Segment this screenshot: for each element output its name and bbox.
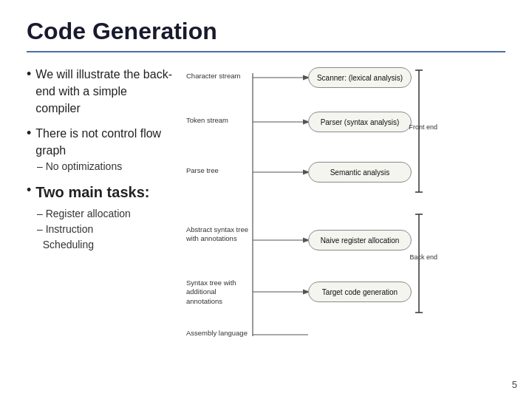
diagram-svg xyxy=(186,63,437,358)
bullet-1: • We will illustrate the back-end with a… xyxy=(27,66,174,117)
content-area: • We will illustrate the back-end with a… xyxy=(27,66,505,358)
box-naive-reg: Naive register allocation xyxy=(308,230,412,250)
bullet-2: • There is not control flow graph – No o… xyxy=(27,125,174,174)
label-syntax-tree: Syntax tree withadditional annotations xyxy=(186,279,251,306)
box-semantic: Semantic analysis xyxy=(308,162,412,183)
slide-title: Code Generation xyxy=(27,18,505,45)
bullet-dot-3: • xyxy=(27,182,31,199)
box-scanner: Scanner: (lexical analysis) xyxy=(308,67,412,88)
bullet-2-text: There is not control flow graph xyxy=(35,125,174,159)
title-divider xyxy=(27,51,505,52)
bullet-3-sub-2: – Instruction Scheduling xyxy=(37,222,174,253)
bullet-dot-1: • xyxy=(27,66,31,83)
bullet-3-sub-1: – Register allocation xyxy=(37,206,174,222)
label-char-stream: Character stream xyxy=(186,72,251,80)
box-target-code: Target code generation xyxy=(308,282,412,302)
label-token-stream: Token stream xyxy=(186,116,251,124)
left-column: • We will illustrate the back-end with a… xyxy=(27,66,174,358)
right-column: Character stream Token stream Parse tree… xyxy=(186,66,505,358)
frontend-label: Front end xyxy=(409,123,437,131)
compiler-diagram: Character stream Token stream Parse tree… xyxy=(186,63,437,358)
backend-label: Back end xyxy=(409,253,437,261)
bullet-3-text: Two main tasks: xyxy=(35,182,149,203)
bullet-dot-2: • xyxy=(27,125,31,142)
label-assembly: Assembly language xyxy=(186,329,251,337)
label-parse-tree: Parse tree xyxy=(186,166,251,174)
slide: Code Generation • We will illustrate the… xyxy=(0,0,532,399)
bullet-2-sub-1: – No optimizations xyxy=(37,159,174,174)
bullet-3: • Two main tasks: – Register allocation … xyxy=(27,182,174,253)
bullet-1-text: We will illustrate the back-end with a s… xyxy=(35,66,174,117)
label-ast: Abstract syntax treewith annotations xyxy=(186,225,251,244)
box-parser: Parser (syntax analysis) xyxy=(308,112,412,132)
page-number: 5 xyxy=(512,379,517,390)
